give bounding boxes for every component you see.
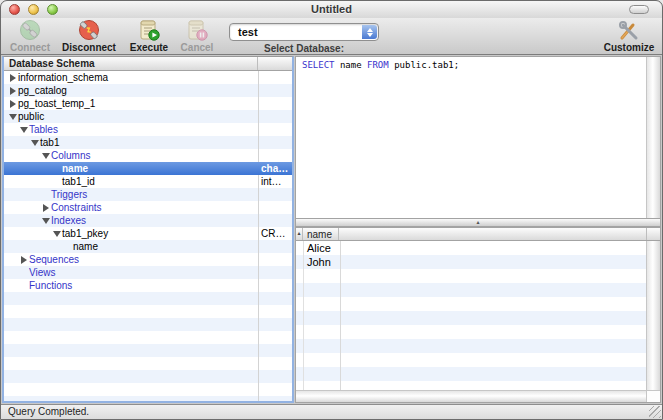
tree-row[interactable]: Functions [4, 279, 292, 292]
schema-tree-header[interactable]: Database Schema [4, 57, 292, 71]
tree-row[interactable]: tab1 [4, 136, 292, 149]
column-header-name[interactable]: name [303, 228, 339, 240]
tools-icon [617, 19, 641, 42]
tree-row-label: Constraints [51, 202, 102, 213]
database-select-value: test [238, 26, 258, 38]
results-header-cap [647, 228, 660, 240]
customize-button[interactable]: Customize [600, 19, 658, 55]
customize-label: Customize [604, 42, 655, 53]
toolbar-pill-button[interactable] [629, 5, 649, 14]
disclosure-triangle-icon[interactable] [8, 112, 17, 121]
tree-row-label: information_schema [18, 72, 108, 83]
tree-row[interactable]: Sequences [4, 253, 292, 266]
tree-row-label: Triggers [51, 189, 87, 200]
tree-row-value: int… [261, 176, 292, 187]
results-row-strip[interactable]: ▴ [296, 228, 303, 240]
sql-editor[interactable]: SELECT name FROM public.tab1; [295, 56, 661, 219]
title-bar: Untitled [1, 1, 662, 18]
disclosure-triangle-icon [19, 281, 28, 290]
zoom-button[interactable] [47, 4, 58, 15]
tree-row[interactable]: Columns [4, 149, 292, 162]
window-controls [9, 4, 58, 15]
sql-text-fragment: public.tab1; [389, 60, 459, 70]
tree-row[interactable]: namecha… [4, 162, 292, 175]
tree-row-label: name [62, 163, 88, 174]
resize-grip-icon[interactable] [649, 406, 661, 418]
disclosure-triangle-icon[interactable] [19, 255, 28, 264]
sql-text-fragment: name [335, 60, 368, 70]
tree-row[interactable]: Indexes [4, 214, 292, 227]
result-cell-name: John [307, 256, 331, 268]
disclosure-triangle-icon[interactable] [30, 138, 39, 147]
sql-keyword: FROM [367, 60, 389, 70]
tree-row[interactable]: Views [4, 266, 292, 279]
database-select-group: test Select Database: [229, 19, 379, 54]
cancel-button[interactable]: Cancel [175, 19, 219, 55]
tree-row-label: public [18, 111, 44, 122]
sql-query-text: SELECT name FROM public.tab1; [296, 57, 660, 70]
results-vertical-scrollbar[interactable] [646, 241, 660, 390]
sql-vertical-scrollbar[interactable] [646, 57, 660, 218]
script-pause-icon [185, 19, 209, 42]
window-title: Untitled [1, 1, 662, 18]
select-database-label: Select Database: [264, 43, 344, 54]
cancel-label: Cancel [181, 42, 214, 53]
disclosure-triangle-icon[interactable] [8, 73, 17, 82]
popup-stepper-icon [362, 25, 377, 39]
disconnect-button[interactable]: Disconnect [55, 19, 123, 55]
execute-button[interactable]: Execute [123, 19, 175, 55]
connect-button[interactable]: Connect [5, 19, 55, 55]
toolbar: Connect Disconnect [1, 18, 662, 55]
tree-row[interactable]: pg_catalog [4, 84, 292, 97]
result-row[interactable]: Alice [296, 241, 646, 255]
tree-row-label: Views [29, 267, 56, 278]
tree-row[interactable]: pg_toast_temp_1 [4, 97, 292, 110]
tree-row[interactable]: Tables [4, 123, 292, 136]
tree-row-value: cha… [261, 163, 292, 174]
disclosure-triangle-icon[interactable] [52, 229, 61, 238]
result-row[interactable]: John [296, 255, 646, 269]
results-horizontal-scrollbar[interactable] [296, 390, 646, 402]
disclosure-triangle-icon [52, 177, 61, 186]
disclosure-triangle-icon[interactable] [8, 86, 17, 95]
tree-row-label: tab1_id [62, 176, 95, 187]
disconnect-label: Disconnect [62, 42, 116, 53]
plug-connect-icon [18, 19, 42, 42]
tree-row-label: Columns [51, 150, 90, 161]
splitter-caret-icon: ▴ [296, 219, 660, 225]
disclosure-triangle-icon[interactable] [8, 99, 17, 108]
sql-keyword: SELECT [302, 60, 335, 70]
plug-disconnect-icon [77, 19, 101, 42]
tree-row-value: CR… [261, 228, 292, 239]
disclosure-triangle-icon[interactable] [41, 203, 50, 212]
disclosure-triangle-icon[interactable] [41, 151, 50, 160]
app-window: Untitled Connect [0, 0, 663, 420]
tree-row[interactable]: Triggers [4, 188, 292, 201]
tree-row[interactable]: tab1_pkeyCR… [4, 227, 292, 240]
tree-row[interactable]: tab1_idint… [4, 175, 292, 188]
results-body[interactable]: AliceJohn [296, 241, 646, 390]
tree-row-label: pg_catalog [18, 85, 67, 96]
panel-splitter[interactable]: ▴ [295, 219, 661, 227]
disclosure-triangle-icon [63, 242, 72, 251]
minimize-button[interactable] [28, 4, 39, 15]
connect-label: Connect [10, 42, 50, 53]
disclosure-triangle-icon[interactable] [19, 125, 28, 134]
tree-row-label: tab1_pkey [62, 228, 108, 239]
tree-row[interactable]: Constraints [4, 201, 292, 214]
database-select[interactable]: test [229, 23, 379, 41]
tree-row[interactable]: name [4, 240, 292, 253]
disclosure-triangle-icon [52, 164, 61, 173]
right-area: SELECT name FROM public.tab1; ▴ ▴ name A… [295, 56, 661, 403]
schema-tree-value-header [258, 57, 292, 70]
tree-row[interactable]: information_schema [4, 71, 292, 84]
disclosure-triangle-icon[interactable] [41, 216, 50, 225]
schema-tree-body[interactable]: information_schemapg_catalogpg_toast_tem… [4, 71, 292, 401]
scrollbar-corner [646, 390, 660, 402]
tree-row[interactable]: public [4, 110, 292, 123]
status-text: Query Completed. [8, 406, 89, 417]
execute-label: Execute [130, 42, 168, 53]
tree-row-label: name [73, 241, 98, 252]
results-table: ▴ name AliceJohn [295, 227, 661, 403]
close-button[interactable] [9, 4, 20, 15]
